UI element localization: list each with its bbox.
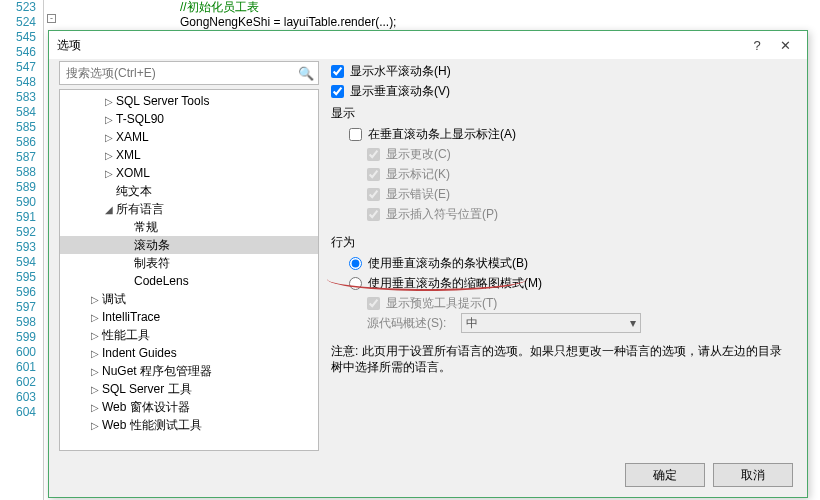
tree-item[interactable]: 常规 [60,218,318,236]
group-display: 显示 [331,105,793,122]
search-box[interactable]: 🔍 [59,61,319,85]
tree-item[interactable]: ▷SQL Server Tools [60,92,318,110]
option-marks: 显示标记(K) [331,164,793,184]
cancel-button[interactable]: 取消 [713,463,793,487]
tree-item[interactable]: ▷调试 [60,290,318,308]
option-changes: 显示更改(C) [331,144,793,164]
highlight-annotation [327,267,527,291]
search-input[interactable] [64,65,298,81]
option-map-mode[interactable]: 使用垂直滚动条的缩略图模式(M) [331,273,793,293]
background-code: //初始化员工表 GongNengKeShi = layuiTable.rend… [60,0,396,30]
group-behavior: 行为 [331,234,793,251]
tree-item[interactable]: ▷Web 性能测试工具 [60,416,318,434]
tree-item[interactable]: ▷T-SQL90 [60,110,318,128]
option-caret: 显示插入符号位置(P) [331,204,793,224]
options-dialog: 选项 ? ✕ 🔍 ▷SQL Server Tools▷T-SQL90▷XAML▷… [48,30,808,498]
tree-item[interactable]: 滚动条 [60,236,318,254]
ok-button[interactable]: 确定 [625,463,705,487]
help-button[interactable]: ? [743,38,771,53]
note-text: 注意: 此页用于设置所有语言的选项。如果只想更改一种语言的选项，请从左边的目录树… [331,343,793,375]
tree-item[interactable]: ▷Web 窗体设计器 [60,398,318,416]
option-preview: 显示预览工具提示(T) [331,293,793,313]
close-button[interactable]: ✕ [771,38,799,53]
search-icon: 🔍 [298,66,314,81]
tree-item[interactable]: ▷SQL Server 工具 [60,380,318,398]
tree-item[interactable]: ▷NuGet 程序包管理器 [60,362,318,380]
tree-item[interactable]: ▷Indent Guides [60,344,318,362]
tree-item[interactable]: CodeLens [60,272,318,290]
tree-item[interactable]: ▷XML [60,146,318,164]
tree-item[interactable]: ▷XAML [60,128,318,146]
fold-toggle[interactable]: - [47,14,56,23]
option-annotations[interactable]: 在垂直滚动条上显示标注(A) [331,124,793,144]
option-errors: 显示错误(E) [331,184,793,204]
tree-item[interactable]: ▷XOML [60,164,318,182]
tree-item[interactable]: 纯文本 [60,182,318,200]
tree-item[interactable]: ▷IntelliTrace [60,308,318,326]
options-tree[interactable]: ▷SQL Server Tools▷T-SQL90▷XAML▷XML▷XOML纯… [59,89,319,451]
overview-combo: 中▾ [461,313,641,333]
option-v-scroll[interactable]: 显示垂直滚动条(V) [331,81,793,101]
option-h-scroll[interactable]: 显示水平滚动条(H) [331,61,793,81]
tree-item[interactable]: 制表符 [60,254,318,272]
dialog-title: 选项 [57,37,743,54]
option-overview: 源代码概述(S): 中▾ [331,313,793,333]
tree-item[interactable]: ▷性能工具 [60,326,318,344]
tree-item[interactable]: ◢所有语言 [60,200,318,218]
line-number-gutter: 5235245455465475485835845855865875885895… [0,0,42,420]
